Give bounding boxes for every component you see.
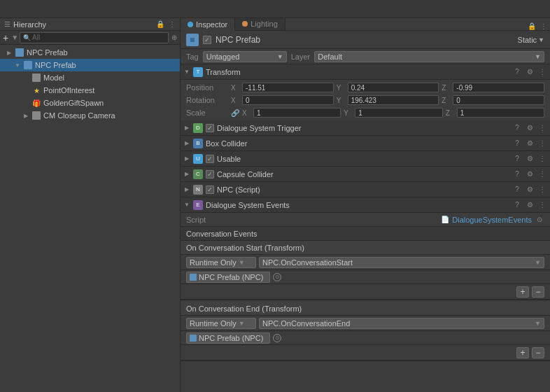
capsule-more[interactable]: ⋮ [537,169,547,179]
npc-script-header[interactable]: ▶ N ✓ NPC (Script) ? ⚙ ⋮ [181,182,550,197]
usable-settings[interactable]: ⚙ [525,154,535,164]
usable-help[interactable]: ? [512,154,522,164]
tab-lighting[interactable]: Lighting [235,18,285,30]
box-collider-settings[interactable]: ⚙ [525,139,535,148]
scale-label: Scale [186,108,228,117]
box-collider-more[interactable]: ⋮ [537,139,547,148]
capsule-collider-header[interactable]: ▶ C ✓ Capsule Collider ? ⚙ ⋮ [181,167,550,182]
conv-end-circle-btn[interactable]: ⊙ [273,334,281,342]
usable-more[interactable]: ⋮ [537,154,547,164]
arrow-button[interactable]: ▼ [11,34,18,41]
rot-x-field[interactable]: 0 [242,95,334,105]
dialogue-events-more[interactable]: ⋮ [537,200,547,210]
dialogue-events-help[interactable]: ? [512,200,522,210]
npc-script-more[interactable]: ⋮ [537,185,547,195]
conv-start-block: On Conversation Start (Transform) Runtim… [181,241,550,300]
tag-dropdown[interactable]: Untagged ▼ [203,51,287,62]
capsule-help[interactable]: ? [512,169,522,179]
scale-z-field[interactable]: 1 [457,108,544,118]
transform-help-btn[interactable]: ? [512,67,522,77]
usable-checkbox[interactable]: ✓ [206,155,214,163]
usable-name: Usable [217,155,509,163]
conv-end-plus-btn[interactable]: + [516,347,529,358]
tree-item-npc-root[interactable]: ▶ NPC Prefab [0,46,180,59]
scale-link-icon: 🔗 [231,109,239,117]
transform-header[interactable]: ▼ T Transform ? ⚙ ⋮ [181,64,550,80]
inspector-lock-icon[interactable]: 🔒 [528,22,536,30]
capsule-checkbox[interactable]: ✓ [206,170,214,178]
layer-dropdown[interactable]: Default ▼ [314,51,544,62]
rotation-xyz: X 0 Y 196.423 Z 0 [231,95,544,105]
box-collider-help[interactable]: ? [512,139,522,148]
more-icon[interactable]: ⋮ [169,20,176,28]
scale-x-field[interactable]: 1 [253,108,341,118]
conv-start-runtime-dropdown[interactable]: Runtime Only ▼ [186,257,256,268]
rotation-row: Rotation X 0 Y 196.423 Z 0 [181,94,550,106]
hierarchy-search[interactable]: 🔍 All [20,32,169,43]
conv-start-obj-row: NPC Prefab (NPC) ⊙ [181,270,550,284]
dialogue-trigger-more[interactable]: ⋮ [537,123,547,133]
conv-start-obj-ref[interactable]: NPC Prefab (NPC) [186,272,270,283]
usable-header[interactable]: ▶ U ✓ Usable ? ⚙ ⋮ [181,151,550,167]
tree-item-golden-gift[interactable]: 🎁 GoldenGiftSpawn [0,97,180,109]
dialogue-events-header[interactable]: ▼ E Dialogue System Events ? ⚙ ⋮ [181,197,550,213]
transform-settings-btn[interactable]: ⚙ [525,67,535,77]
transform-icon: T [193,67,203,77]
dialogue-trigger-help[interactable]: ? [512,123,522,133]
conv-end-function-arrow: ▼ [535,320,541,327]
inspector-more-icon[interactable]: ⋮ [540,22,547,30]
dialogue-trigger-header[interactable]: ▶ D ✓ Dialogue System Trigger ? ⚙ ⋮ [181,120,550,136]
scale-y-field[interactable]: 1 [355,108,442,118]
usable-icon: U [193,154,203,164]
position-xyz: X -11.51 Y 0.24 Z -0.99 [231,83,544,92]
npc-script-checkbox[interactable]: ✓ [206,186,214,194]
conv-start-plus-btn[interactable]: + [516,286,529,298]
rot-y-field[interactable]: 196.423 [348,95,439,105]
conv-end-function: NPC.OnConversationEnd [262,319,350,328]
tree-icon-camera [31,111,41,120]
npc-script-help[interactable]: ? [512,185,522,195]
obj-enabled-checkbox[interactable]: ✓ [203,36,211,44]
search-options-icon[interactable]: ⊕ [171,34,177,41]
conv-start-minus-btn[interactable]: − [532,286,544,298]
tab-inspector[interactable]: Inspector [181,18,235,31]
add-button[interactable]: + [3,32,8,43]
npc-script-actions: ? ⚙ ⋮ [512,185,547,195]
box-collider-header[interactable]: ▶ B Box Collider ? ⚙ ⋮ [181,136,550,151]
conv-end-runtime-dropdown[interactable]: Runtime Only ▼ [186,318,256,329]
capsule-settings[interactable]: ⚙ [525,169,535,179]
conv-events-label: Conversation Events [186,230,258,238]
tree-item-model[interactable]: Model [0,71,180,84]
box-collider-actions: ? ⚙ ⋮ [512,139,547,148]
hierarchy-panel: ☰ Hierarchy 🔒 ⋮ + ▼ 🔍 All ⊕ ▶ [0,18,181,392]
conv-end-obj-ref[interactable]: NPC Prefab (NPC) [186,332,270,344]
tree-item-cm-camera[interactable]: ▶ CM Closeup Camera [0,109,180,122]
dialogue-trigger-checkbox[interactable]: ✓ [206,124,214,132]
pos-y-field[interactable]: 0.24 [348,83,439,92]
conv-end-minus-btn[interactable]: − [532,347,544,358]
pos-x-field[interactable]: -11.51 [242,83,334,92]
transform-fold-arrow: ▼ [183,69,190,76]
tag-value: Untagged [206,52,240,61]
dialogue-events-icon: E [193,200,203,210]
lock-icon[interactable]: 🔒 [156,20,164,28]
pos-z-field[interactable]: -0.99 [453,83,544,92]
conv-start-function-field[interactable]: NPC.OnConversationStart ▼ [259,257,544,268]
tree-icon-gift: 🎁 [31,98,41,108]
tree-item-npc-child[interactable]: ▼ NPC Prefab [0,59,180,71]
npc-script-settings[interactable]: ⚙ [525,185,535,195]
conv-start-circle-btn[interactable]: ⊙ [273,273,281,281]
dialogue-trigger-settings[interactable]: ⚙ [525,123,535,133]
dialogue-events-settings[interactable]: ⚙ [525,200,535,210]
static-dropdown-arrow[interactable]: ▼ [538,36,544,43]
transform-more-btn[interactable]: ⋮ [537,67,547,77]
runtime-only-label: Runtime Only [190,258,237,267]
conv-start-pm-row: + − [181,284,550,300]
tree-item-poi[interactable]: ★ PointOfInterest [0,84,180,97]
conv-start-header: On Conversation Start (Transform) [181,241,550,255]
rot-z-field[interactable]: 0 [453,95,544,105]
script-select-btn[interactable]: ⊙ [535,215,544,225]
conv-end-function-field[interactable]: NPC.OnConversationEnd ▼ [259,318,544,329]
tree-arrow-empty [22,99,29,106]
scale-x-label: X [242,109,251,117]
